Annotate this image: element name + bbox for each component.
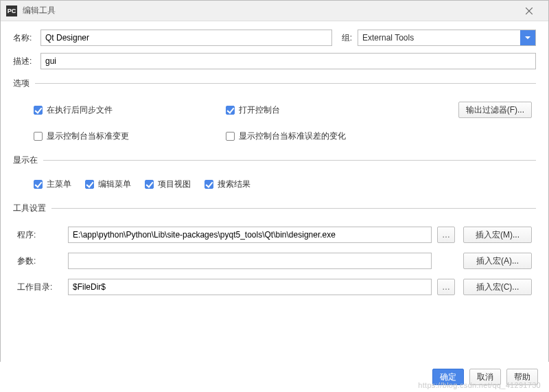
search-results-box[interactable] xyxy=(205,180,213,189)
sync-after-exec-box[interactable] xyxy=(34,106,43,115)
search-results-checkbox[interactable]: 搜索结果 xyxy=(205,178,250,190)
sync-after-exec-label: 在执行后同步文件 xyxy=(47,104,113,116)
edit-menu-checkbox[interactable]: 编辑菜单 xyxy=(85,178,131,190)
show-in-legend: 显示在 xyxy=(13,154,43,166)
workdir-macro-button[interactable]: 插入宏(C)... xyxy=(463,279,532,295)
cancel-button[interactable]: 取消 xyxy=(469,369,501,385)
close-icon[interactable] xyxy=(515,1,543,21)
ok-button[interactable]: 确定 xyxy=(432,369,464,385)
workdir-label: 工作目录: xyxy=(17,281,62,293)
window-title: 编辑工具 xyxy=(23,5,515,16)
sync-after-exec-checkbox[interactable]: 在执行后同步文件 xyxy=(34,104,226,116)
description-label: 描述: xyxy=(13,56,36,67)
params-input[interactable] xyxy=(68,253,432,269)
dialog-content: 名称: 组: External Tools 描述: 选项 在执行后同步文件 打开… xyxy=(1,21,548,306)
project-view-checkbox[interactable]: 项目视图 xyxy=(145,178,191,190)
group-value: External Tools xyxy=(358,33,520,43)
open-console-label: 打开控制台 xyxy=(239,104,280,116)
options-legend: 选项 xyxy=(13,78,35,89)
show-std-change-box[interactable] xyxy=(34,132,43,141)
group-label: 组: xyxy=(342,32,352,44)
name-label: 名称: xyxy=(13,32,36,44)
show-stderr-change-label: 显示控制台当标准误差的变化 xyxy=(239,130,346,142)
project-view-label: 项目视图 xyxy=(158,178,191,190)
output-filter-button[interactable]: 输出过滤器(F)... xyxy=(458,102,532,118)
tool-settings-fieldset: 工具设置 程序: … 插入宏(M)... 参数: 插入宏(A)... 工作目录:… xyxy=(13,203,536,299)
edit-menu-box[interactable] xyxy=(85,180,94,189)
show-std-change-label: 显示控制台当标准变更 xyxy=(47,130,129,142)
workdir-input[interactable] xyxy=(68,279,432,295)
show-stderr-change-checkbox[interactable]: 显示控制台当标准误差的变化 xyxy=(226,130,418,142)
program-input[interactable] xyxy=(68,227,432,243)
show-in-fieldset: 显示在 主菜单 编辑菜单 项目视图 搜索结果 xyxy=(13,154,536,194)
workdir-browse-button[interactable]: … xyxy=(437,279,455,295)
edit-menu-label: 编辑菜单 xyxy=(98,178,131,190)
program-browse-button[interactable]: … xyxy=(437,227,455,243)
options-fieldset: 选项 在执行后同步文件 打开控制台 输出过滤器(F)... 显示控制台当标准变更… xyxy=(13,78,536,146)
params-label: 参数: xyxy=(17,255,62,267)
main-menu-checkbox[interactable]: 主菜单 xyxy=(34,178,71,190)
search-results-label: 搜索结果 xyxy=(218,178,250,190)
program-label: 程序: xyxy=(17,229,62,241)
open-console-box[interactable] xyxy=(226,106,235,115)
titlebar: PC 编辑工具 xyxy=(1,1,548,21)
chevron-down-icon[interactable] xyxy=(520,30,535,45)
tool-settings-legend: 工具设置 xyxy=(13,203,51,214)
project-view-box[interactable] xyxy=(145,180,154,189)
main-menu-box[interactable] xyxy=(34,180,43,189)
show-stderr-change-box[interactable] xyxy=(226,132,235,141)
show-std-change-checkbox[interactable]: 显示控制台当标准变更 xyxy=(34,130,226,142)
description-row: 描述: xyxy=(13,53,536,69)
dialog-footer: 确定 取消 帮助 xyxy=(0,362,549,392)
group-select[interactable]: External Tools xyxy=(358,30,536,46)
app-icon: PC xyxy=(6,5,17,16)
description-input[interactable] xyxy=(40,53,536,69)
main-menu-label: 主菜单 xyxy=(47,178,71,190)
name-group-row: 名称: 组: External Tools xyxy=(13,30,536,46)
open-console-checkbox[interactable]: 打开控制台 xyxy=(226,104,418,116)
params-macro-button[interactable]: 插入宏(A)... xyxy=(463,253,532,269)
name-input[interactable] xyxy=(40,30,332,46)
program-macro-button[interactable]: 插入宏(M)... xyxy=(463,227,532,243)
help-button[interactable]: 帮助 xyxy=(506,369,538,385)
